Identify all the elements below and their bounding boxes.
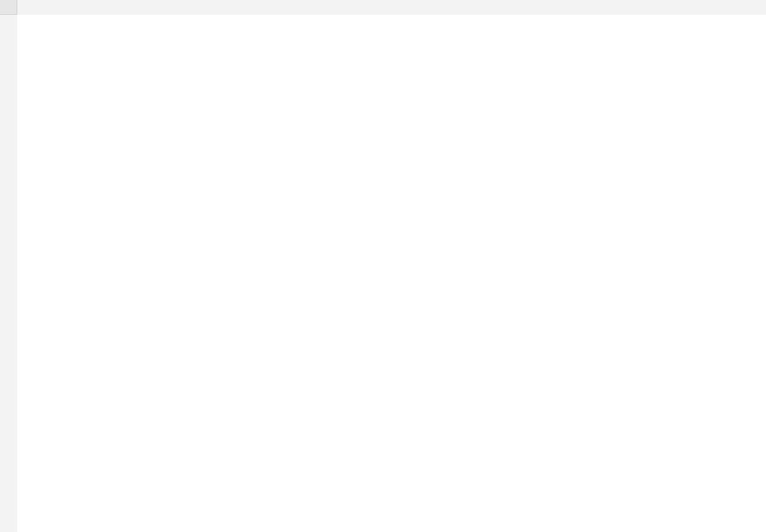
select-all-corner[interactable] [0, 0, 17, 15]
column-headers [17, 0, 766, 15]
row-headers [0, 15, 17, 532]
grid-area [17, 15, 766, 532]
spreadsheet [0, 0, 766, 532]
